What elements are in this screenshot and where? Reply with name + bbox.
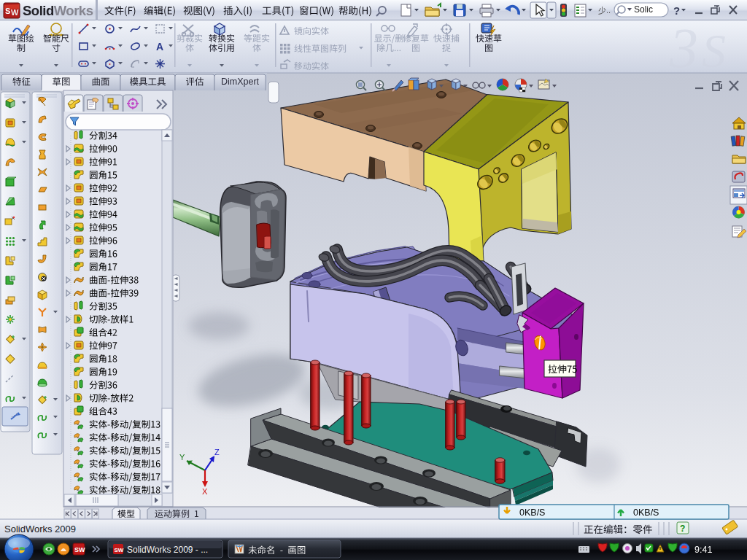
svg-text:?: ? [673, 4, 680, 17]
svg-text:3: 3 [669, 16, 698, 79]
svg-text:DimXpert: DimXpert [221, 77, 260, 87]
svg-text:0KB/S: 0KB/S [633, 508, 659, 518]
svg-text:SW: SW [115, 547, 124, 553]
svg-text:S: S [702, 24, 726, 77]
svg-text:SolidWorks 2009: SolidWorks 2009 [4, 524, 76, 534]
svg-text:S: S [5, 7, 10, 15]
svg-text:?: ? [680, 524, 685, 534]
svg-text:少..: 少.. [598, 6, 611, 15]
svg-text:X: X [202, 487, 208, 496]
svg-text:SolidWorks 2009 - ...: SolidWorks 2009 - ... [127, 545, 208, 555]
svg-text:Y: Y [179, 453, 185, 462]
svg-text:SolidWorks: SolidWorks [23, 3, 93, 18]
svg-text:W: W [11, 8, 19, 17]
svg-text:Z: Z [214, 448, 220, 456]
svg-text:A: A [156, 41, 163, 52]
svg-text:SW: SW [74, 546, 85, 553]
svg-text:0KB/S: 0KB/S [519, 508, 545, 518]
svg-text:9:41: 9:41 [694, 545, 712, 555]
svg-text:Solic: Solic [634, 4, 653, 15]
